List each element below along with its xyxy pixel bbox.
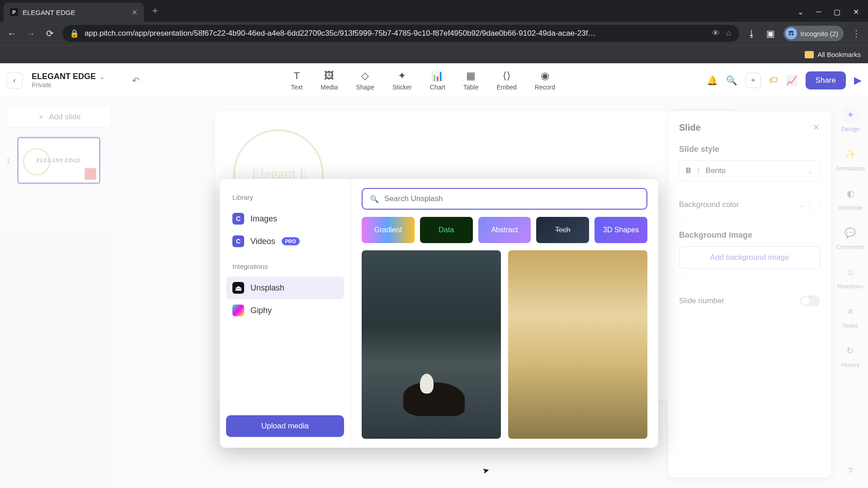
embed-icon: ⟨⟩ [503,70,511,82]
integration-unsplash[interactable]: ⏏ Unsplash [226,277,344,299]
library-videos[interactable]: C Videos PRO [226,230,344,253]
search-icon[interactable]: 🔍 [726,75,737,86]
chip-gradient[interactable]: Gradient [362,217,415,243]
window-close-icon[interactable]: ✕ [853,8,859,16]
url-text: app.pitch.com/app/presentation/58f67c22-… [85,29,707,38]
library-images[interactable]: C Images [226,207,344,230]
eye-off-icon[interactable]: 👁 [712,29,720,38]
analytics-icon[interactable]: 📈 [786,75,797,86]
search-box[interactable]: 🔍 [362,188,647,210]
menu-icon[interactable]: ⋮ [850,28,863,39]
bookmark-label: All Bookmarks [817,51,861,58]
tool-shape[interactable]: ◇Shape [356,70,374,91]
profile-badge[interactable]: Incognito (2) [783,26,844,41]
chip-3d-shapes[interactable]: 3D Shapes [594,217,647,243]
collection-icon: C [232,235,244,247]
library-heading: Library [226,190,344,205]
tab-title: ELEGANT EDGE [23,9,127,16]
tab-search-icon[interactable]: ⌄ [797,8,803,16]
url-bar[interactable]: 🔒 app.pitch.com/app/presentation/58f67c2… [62,25,739,42]
chevron-down-icon: ⌄ [99,73,105,80]
forward-icon[interactable]: → [24,28,37,39]
new-tab-button[interactable]: ＋ [150,4,160,17]
record-icon: ◉ [541,70,549,82]
app-back-button[interactable]: ‹ [6,72,23,89]
tool-embed[interactable]: ⟨⟩Embed [496,70,516,91]
tool-sticker[interactable]: ✦Sticker [392,70,412,91]
tab-favicon: P [10,8,18,16]
search-input[interactable] [384,194,639,203]
table-icon: ▦ [466,70,476,82]
collection-icon: C [232,213,244,225]
unsplash-icon: ⏏ [232,282,244,294]
download-icon[interactable]: ⭳ [745,28,758,39]
tool-media[interactable]: 🖼Media [321,70,338,91]
lock-icon: 🔒 [70,29,79,38]
folder-icon [805,51,814,58]
add-button[interactable]: ＋ [745,73,761,88]
share-button[interactable]: Share [806,71,846,89]
tool-record[interactable]: ◉Record [535,70,555,91]
chip-data[interactable]: Data [420,217,473,243]
chart-icon: 📊 [431,70,443,82]
upload-media-button[interactable]: Upload media [226,415,344,437]
chip-abstract[interactable]: Abstract [478,217,531,243]
play-button[interactable]: ▶ [854,75,862,86]
reader-icon[interactable]: ▣ [764,28,777,39]
browser-tab[interactable]: P ELEGANT EDGE ✕ [4,3,144,22]
minimize-icon[interactable]: ─ [816,8,821,16]
maximize-icon[interactable]: ▢ [834,8,840,16]
doc-title[interactable]: ELEGANT EDGE ⌄ [32,72,105,81]
sticker-icon: ✦ [398,70,406,82]
image-result[interactable] [508,250,647,439]
doc-visibility: Private [32,81,105,89]
integrations-heading: Integrations [226,259,344,274]
shape-icon: ◇ [361,70,369,82]
tool-text[interactable]: TText [291,70,303,91]
tool-chart[interactable]: 📊Chart [430,70,445,91]
profile-label: Incognito (2) [801,30,838,38]
search-icon: 🔍 [370,195,379,203]
bell-icon[interactable]: 🔔 [707,75,718,86]
integration-giphy[interactable]: Giphy [226,299,344,322]
rock-shape [403,382,465,416]
star-icon[interactable]: ☆ [725,29,732,38]
tool-table[interactable]: ▦Table [463,70,478,91]
image-result[interactable]: by Jonathan Caliguire [362,250,501,439]
all-bookmarks-button[interactable]: All Bookmarks [805,51,861,58]
incognito-icon [785,28,797,39]
back-icon[interactable]: ← [5,28,18,39]
pro-badge: PRO [282,237,300,245]
giphy-icon [232,305,244,316]
text-icon: T [294,70,300,82]
undo-button[interactable]: ↶ [132,75,140,86]
close-icon[interactable]: ✕ [132,8,137,17]
reload-icon[interactable]: ⟳ [43,28,56,39]
pelican-shape [420,374,434,394]
chip-tech[interactable]: Tech [536,217,589,243]
tag-icon[interactable]: 🏷 [769,75,778,85]
media-icon: 🖼 [324,70,334,82]
media-picker-modal: Library C Images C Videos PRO Integratio… [220,179,658,448]
